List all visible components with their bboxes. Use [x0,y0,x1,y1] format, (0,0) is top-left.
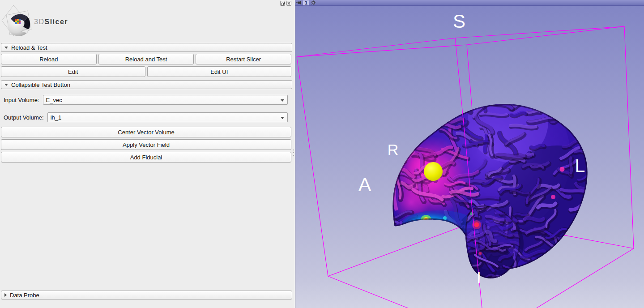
panel-window-controls [280,1,291,6]
collapsible-test-button-section[interactable]: Collapsible Test Button [1,80,292,89]
section-title: Data Probe [10,292,39,299]
chevron-down-icon [281,117,284,119]
center-vector-volume-button[interactable]: Center Vector Volume [1,127,291,137]
fiducial-marker[interactable] [424,162,443,181]
collapsible-reload-test[interactable]: Reload & Test [1,43,292,52]
orientation-label-left: L [575,155,585,176]
module-header: 3DSlicer [0,0,295,43]
input-volume-combobox[interactable]: E_vec [43,95,288,105]
expand-arrow-icon [4,293,7,297]
orientation-label-anterior: A [358,174,371,195]
output-volume-combobox[interactable]: lh_1 [47,112,288,122]
slicer-logo-icon [0,4,38,41]
add-fiducial-button[interactable]: Add Fiducial [1,152,291,163]
module-panel: 3DSlicer Reload & Test Reload Reload and… [0,0,295,308]
threeD-viewport[interactable]: S R A L I [295,0,644,308]
orientation-label-right: R [388,141,399,158]
apply-vector-field-button[interactable]: Apply Vector Field [1,139,291,150]
section-title: Collapsible Test Button [11,81,70,88]
app-title-slicer: Slicer [44,18,68,26]
threeD-view: 1 [295,0,644,308]
close-icon[interactable] [286,1,291,6]
brain-surface-model [380,78,615,297]
chevron-down-icon [281,99,284,102]
slicer-app-window: { "panel": { "logo": { "part1": "3D", "p… [0,0,644,308]
section-title: Reload & Test [11,44,47,51]
orientation-label-superior: S [453,11,465,32]
input-volume-value: E_vec [46,97,62,103]
reload-button[interactable]: Reload [1,54,97,64]
collapsible-data-probe[interactable]: Data Probe [1,291,292,299]
app-title-3d: 3D [34,18,44,26]
orientation-label-inferior: I [477,269,481,287]
output-volume-label: Output Volume: [4,114,44,121]
panel-resize-grip[interactable] [293,150,294,159]
input-volume-label: Input Volume: [4,97,39,103]
app-title: 3DSlicer [34,18,68,26]
restart-slicer-button[interactable]: Restart Slicer [196,54,291,64]
collapse-arrow-icon [4,84,8,86]
collapse-arrow-icon [4,47,8,49]
undock-icon[interactable] [280,1,285,6]
reload-and-test-button[interactable]: Reload and Test [98,54,194,64]
edit-ui-button[interactable]: Edit UI [147,66,292,77]
edit-button[interactable]: Edit [1,66,145,77]
output-volume-value: lh_1 [51,114,62,121]
